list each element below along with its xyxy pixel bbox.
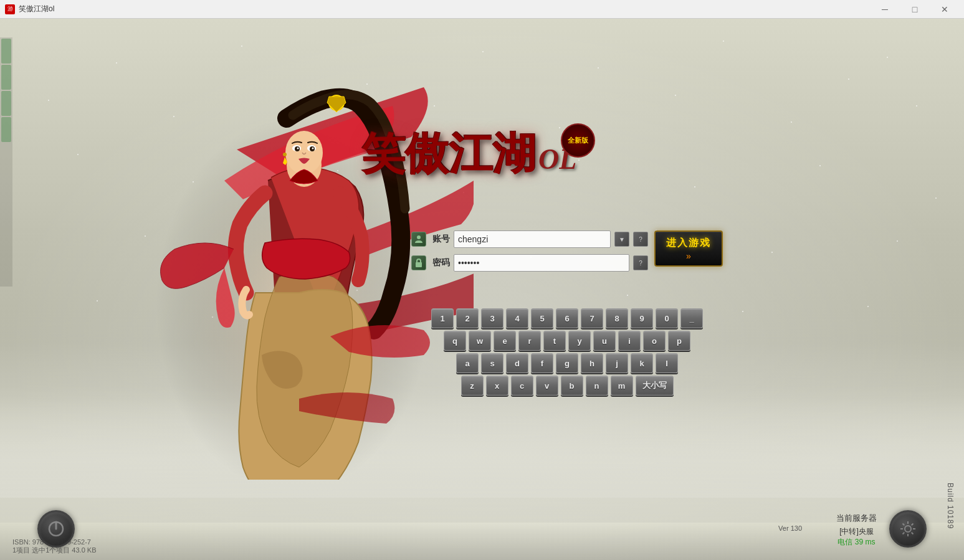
logo-badge: 全新版 [561, 123, 595, 158]
account-action-button[interactable]: ? [633, 232, 648, 247]
vkey-p[interactable]: p [668, 331, 690, 351]
isbn-container: ISBN: 978-7-89989-252-7 1项目 选中1个项目 43.0 … [12, 538, 97, 555]
account-icon [411, 232, 426, 247]
star [887, 57, 888, 58]
vkey-h[interactable]: h [581, 353, 603, 373]
account-dropdown-button[interactable]: ▼ [614, 232, 629, 247]
build-label: Build 10189 [946, 483, 955, 529]
vkey-a[interactable]: a [456, 353, 479, 373]
build-info: Build 10189 [946, 483, 955, 529]
vkey-f[interactable]: f [531, 353, 553, 373]
svg-point-11 [417, 235, 421, 239]
login-panel: 账号 ▼ ? 密码 ? [411, 230, 648, 278]
password-action-button[interactable]: ? [633, 255, 648, 270]
star [897, 240, 898, 242]
vkey-s[interactable]: s [481, 353, 503, 373]
game-logo: 全新版 笑傲江湖 OL [361, 118, 623, 193]
password-row: 密码 ? [411, 254, 648, 272]
left-panel [0, 37, 12, 287]
password-input[interactable] [454, 254, 629, 272]
logo-badge-text: 全新版 [568, 136, 588, 145]
keyboard-row-1: 1234567890_ [411, 308, 723, 328]
left-panel-item [1, 39, 11, 64]
vkey-7[interactable]: 7 [581, 308, 603, 328]
vkey-k[interactable]: k [631, 353, 653, 373]
window-controls: ─ □ ✕ [871, 0, 959, 19]
vkey-c[interactable]: c [511, 376, 533, 396]
vkey-i[interactable]: i [618, 331, 641, 351]
status-text: 1项目 选中1个项目 43.0 KB [12, 546, 97, 555]
star [627, 295, 628, 296]
vkey-t[interactable]: t [543, 331, 566, 351]
vkey-6[interactable]: 6 [556, 308, 578, 328]
star [771, 252, 773, 253]
window-title: 游 笑傲江湖ol [5, 4, 54, 14]
vkey-o[interactable]: o [643, 331, 666, 351]
vkey-d[interactable]: d [506, 353, 528, 373]
minimize-button[interactable]: ─ [871, 0, 899, 19]
star [819, 165, 821, 166]
star [848, 78, 849, 80]
svg-point-9 [312, 148, 314, 149]
app-icon: 游 [5, 4, 15, 14]
svg-point-3 [285, 131, 323, 174]
star [675, 95, 676, 96]
vkey-m[interactable]: m [611, 376, 633, 396]
star [241, 45, 242, 47]
vkey-y[interactable]: y [568, 331, 591, 351]
logo-main-text: 笑傲江湖 [361, 133, 536, 176]
star [935, 197, 937, 199]
vkey-u[interactable]: u [593, 331, 616, 351]
account-svg-icon [414, 234, 424, 244]
enter-game-text: 进入游戏 [666, 237, 711, 250]
bottom-bar: ISBN: 978-7-89989-252-7 1项目 选中1个项目 43.0 … [0, 523, 964, 560]
vkey-b[interactable]: b [561, 376, 583, 396]
star [598, 67, 599, 69]
vkey-8[interactable]: 8 [606, 308, 628, 328]
account-label: 账号 [430, 234, 450, 245]
enter-game-arrows: » [686, 251, 691, 261]
account-row: 账号 ▼ ? [411, 230, 648, 248]
vkey-j[interactable]: j [606, 353, 628, 373]
vkey-v[interactable]: v [536, 376, 558, 396]
vkey-l[interactable]: l [656, 353, 678, 373]
left-panel-item [1, 65, 11, 90]
star [97, 300, 98, 301]
svg-rect-12 [416, 262, 422, 267]
vkey-q[interactable]: q [444, 331, 466, 351]
password-label: 密码 [430, 257, 450, 268]
maximize-button[interactable]: □ [900, 0, 929, 19]
vkey-z[interactable]: z [461, 376, 484, 396]
star [791, 121, 792, 123]
vkey-w[interactable]: w [469, 331, 491, 351]
vkey-2[interactable]: 2 [456, 308, 479, 328]
vkey-0[interactable]: 0 [656, 308, 678, 328]
keyboard-row-4: zxcvbnm大小写 [411, 376, 723, 396]
vkey-n[interactable]: n [586, 376, 608, 396]
vkey-e[interactable]: e [494, 331, 516, 351]
account-input[interactable] [454, 230, 611, 248]
vkey-_[interactable]: _ [680, 308, 703, 328]
svg-point-8 [297, 148, 299, 149]
password-icon [411, 255, 426, 270]
window-chrome: 游 笑傲江湖ol ─ □ ✕ [0, 0, 964, 19]
game-area: 全新版 笑傲江湖 OL 账号 ▼ ? [0, 19, 964, 560]
close-button[interactable]: ✕ [930, 0, 959, 19]
vkey-1[interactable]: 1 [431, 308, 454, 328]
vkey-大小写[interactable]: 大小写 [636, 376, 674, 396]
vkey-5[interactable]: 5 [531, 308, 553, 328]
vkey-r[interactable]: r [518, 331, 541, 351]
password-svg-icon [414, 258, 424, 268]
vkey-3[interactable]: 3 [481, 308, 503, 328]
window-title-text: 笑傲江湖ol [19, 4, 54, 14]
vkey-g[interactable]: g [556, 353, 578, 373]
star [48, 100, 49, 101]
vkey-4[interactable]: 4 [506, 308, 528, 328]
virtual-keyboard: 1234567890_ qwertyuiop asdfghjkl zxcvbnm… [411, 308, 723, 398]
vkey-9[interactable]: 9 [631, 308, 653, 328]
star [694, 186, 695, 187]
star [916, 105, 917, 107]
vkey-x[interactable]: x [486, 376, 508, 396]
enter-game-button[interactable]: 进入游戏 » [654, 230, 723, 267]
logo-title-row: 笑傲江湖 OL [361, 133, 576, 179]
